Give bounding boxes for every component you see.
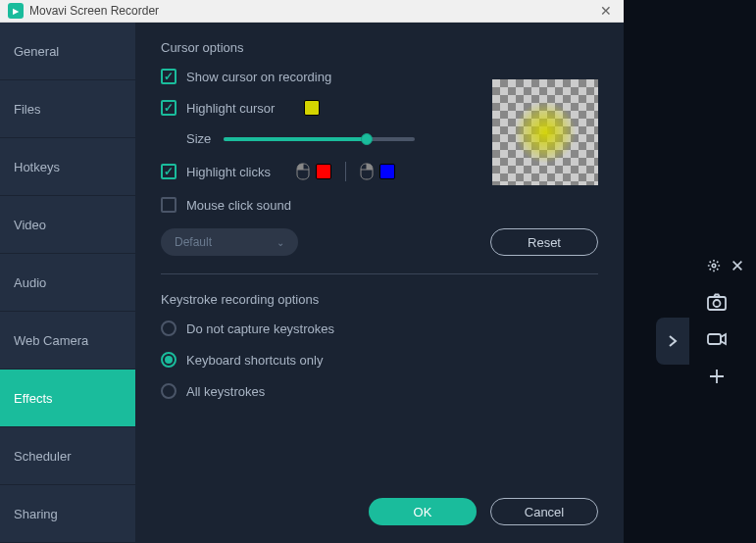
sidebar-item-webcamera[interactable]: Web Camera — [0, 312, 135, 370]
size-label: Size — [186, 131, 214, 146]
svg-rect-1 — [708, 297, 726, 310]
right-panel — [624, 0, 756, 543]
sidebar-item-label: Web Camera — [14, 333, 88, 348]
cancel-label: Cancel — [525, 505, 564, 519]
select-value: Default — [175, 235, 212, 249]
mouse-left-icon — [296, 163, 310, 180]
radio-all-label: All keystrokes — [186, 384, 265, 399]
sidebar-item-general[interactable]: General — [0, 23, 135, 80]
svg-rect-3 — [708, 334, 721, 344]
sidebar-item-effects[interactable]: Effects — [0, 370, 135, 427]
sidebar: General Files Hotkeys Video Audio Web Ca… — [0, 23, 135, 543]
ok-button[interactable]: OK — [369, 498, 477, 525]
reset-label: Reset — [528, 235, 561, 250]
click-sound-label: Mouse click sound — [186, 198, 291, 213]
chevron-down-icon: ⌄ — [277, 237, 284, 248]
cursor-glow — [514, 101, 577, 164]
svg-point-2 — [714, 300, 721, 307]
titlebar: Movavi Screen Recorder ✕ — [0, 0, 624, 23]
highlight-color-swatch[interactable] — [304, 100, 320, 116]
camera-icon[interactable] — [705, 290, 729, 314]
video-record-icon[interactable] — [705, 327, 729, 351]
divider-line — [161, 273, 598, 274]
window-title: Movavi Screen Recorder — [29, 4, 596, 18]
show-cursor-label: Show cursor on recording — [186, 70, 331, 84]
sidebar-item-audio[interactable]: Audio — [0, 254, 135, 312]
cancel-button[interactable]: Cancel — [490, 498, 598, 525]
sidebar-item-label: Audio — [14, 275, 46, 290]
sidebar-item-label: Files — [14, 102, 40, 117]
plus-icon[interactable] — [705, 365, 729, 388]
sidebar-item-video[interactable]: Video — [0, 196, 135, 254]
divider — [345, 162, 346, 181]
radio-all[interactable] — [161, 383, 176, 399]
ok-label: OK — [414, 505, 432, 519]
close-icon[interactable]: ✕ — [596, 3, 616, 19]
mouse-right-icon — [360, 163, 374, 180]
radio-shortcuts-label: Keyboard shortcuts only — [186, 353, 323, 368]
sidebar-item-scheduler[interactable]: Scheduler — [0, 427, 135, 485]
content-panel: Cursor options Show cursor on recording … — [135, 23, 624, 543]
radio-no-capture[interactable] — [161, 321, 176, 336]
sound-select[interactable]: Default ⌄ — [161, 228, 298, 256]
app-icon — [8, 3, 24, 19]
expand-tab[interactable] — [656, 318, 689, 365]
cursor-preview — [492, 79, 598, 185]
highlight-cursor-checkbox[interactable] — [161, 100, 176, 116]
sidebar-item-label: Sharing — [14, 507, 58, 521]
sidebar-item-files[interactable]: Files — [0, 80, 135, 138]
radio-no-capture-label: Do not capture keystrokes — [186, 321, 334, 336]
sidebar-item-label: Video — [14, 218, 46, 232]
size-slider[interactable] — [224, 137, 415, 141]
svg-point-0 — [712, 264, 716, 268]
sidebar-item-label: Hotkeys — [14, 160, 60, 174]
sidebar-item-label: General — [14, 44, 59, 59]
highlight-clicks-label: Highlight clicks — [186, 165, 271, 179]
chevron-right-icon — [665, 333, 680, 349]
sidebar-item-sharing[interactable]: Sharing — [0, 485, 135, 543]
show-cursor-checkbox[interactable] — [161, 69, 176, 84]
highlight-clicks-checkbox[interactable] — [161, 164, 176, 179]
gear-icon[interactable] — [707, 259, 721, 272]
sidebar-item-label: Effects — [14, 391, 53, 406]
right-click-color[interactable] — [379, 164, 395, 179]
close-panel-icon[interactable] — [731, 259, 744, 272]
slider-thumb[interactable] — [361, 133, 373, 145]
sidebar-item-label: Scheduler — [14, 449, 72, 464]
sidebar-item-hotkeys[interactable]: Hotkeys — [0, 138, 135, 196]
highlight-cursor-label: Highlight cursor — [186, 101, 275, 116]
left-click-color[interactable] — [316, 164, 331, 179]
cursor-section-title: Cursor options — [161, 40, 598, 55]
reset-button[interactable]: Reset — [490, 228, 598, 256]
keystroke-section-title: Keystroke recording options — [161, 292, 598, 307]
radio-shortcuts[interactable] — [161, 352, 176, 368]
click-sound-checkbox[interactable] — [161, 197, 176, 213]
